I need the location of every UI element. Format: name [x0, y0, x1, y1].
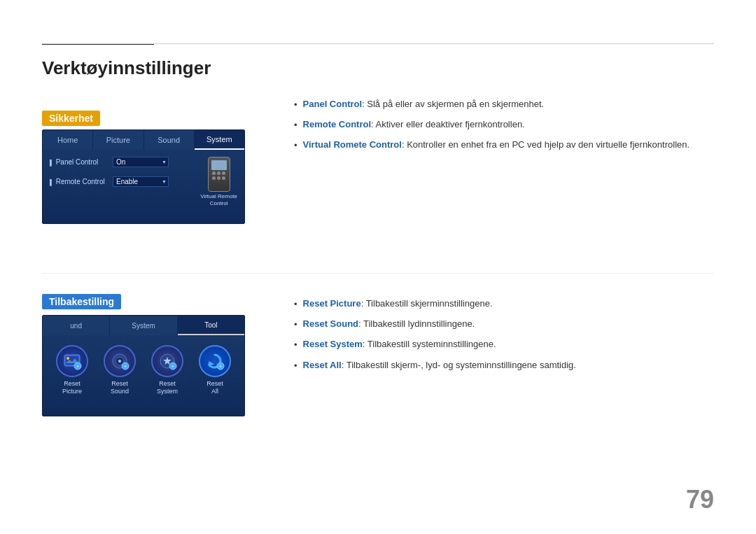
menu-tabs: Home Picture Sound System: [43, 130, 244, 150]
svg-point-8: [118, 360, 121, 363]
page-container: Verktøyinnstillinger Sikkerhet Home Pict…: [0, 0, 756, 534]
remote-control-select[interactable]: Enable: [113, 176, 169, 187]
menu-tab-home[interactable]: Home: [43, 130, 93, 150]
remote-btn-2: [217, 171, 220, 175]
tilbakestilling-bullets: • Reset Picture: Tilbakestill skjerminns…: [294, 297, 714, 379]
svg-point-2: [66, 357, 69, 360]
virtual-remote-icon: [208, 157, 230, 192]
bullet-reset-system-text: Reset System: Tilbakestill systeminnstil…: [303, 338, 496, 351]
bullet-panel-control: • Panel Control: Slå på eller av skjerme…: [294, 98, 714, 111]
bullet-dot-rsys: •: [294, 339, 298, 351]
menu-body: Panel Control On Remote Control Enable: [43, 150, 244, 211]
svg-text:+: +: [219, 364, 222, 369]
remote-screen: [211, 160, 227, 170]
reset-tab-und[interactable]: und: [43, 316, 110, 335]
remote-btn-row: [212, 171, 225, 175]
bullet-dot-1: •: [294, 99, 298, 111]
bullet-reset-all-text: Reset All: Tilbakestill skjerm-, lyd- og…: [303, 359, 576, 372]
bullet-reset-system: • Reset System: Tilbakestill systeminnst…: [294, 338, 714, 351]
reset-sound-label: ResetSound: [111, 380, 129, 395]
system-svg-icon: +: [158, 351, 177, 371]
reset-picture-icon: +: [56, 345, 88, 377]
reset-system-icon: +: [151, 345, 183, 377]
virtual-remote-label: Virtual RemoteControl: [200, 193, 237, 206]
reset-all-svg-icon: +: [205, 351, 225, 371]
bullet-term-reset-sound: Reset Sound: [303, 318, 358, 329]
menu-tab-picture[interactable]: Picture: [93, 130, 144, 150]
reset-tab-system[interactable]: System: [110, 316, 177, 335]
svg-text:+: +: [172, 364, 174, 369]
panel-control-select[interactable]: On: [113, 157, 169, 167]
reset-system-item: + ResetSystem: [151, 345, 183, 395]
bullet-dot-2: •: [294, 119, 298, 132]
reset-sound-item: + ResetSound: [104, 345, 136, 395]
svg-text:+: +: [124, 364, 127, 369]
bullet-reset-picture: • Reset Picture: Tilbakestill skjerminns…: [294, 297, 714, 311]
bullet-dot-rs: •: [294, 318, 298, 331]
bullet-dot-rp: •: [294, 298, 298, 311]
reset-tab-tool[interactable]: Tool: [178, 316, 244, 335]
panel-control-select-wrapper: On: [113, 157, 169, 167]
reset-all-icon: +: [199, 345, 231, 377]
reset-picture-item: + ResetPicture: [56, 345, 88, 395]
bullet-virtual-remote: • Virtual Romete Control: Kontroller en …: [294, 139, 714, 152]
reset-tabs: und System Tool: [43, 316, 244, 335]
bullet-term-reset-system: Reset System: [303, 339, 363, 349]
bullet-remote-control: • Remote Control: Aktiver eller deaktive…: [294, 118, 714, 132]
remote-control-label: Remote Control: [50, 178, 113, 185]
menu-tab-system[interactable]: System: [195, 130, 244, 150]
remote-btn-3: [222, 171, 225, 175]
section-divider: [42, 273, 714, 274]
reset-screenshot: und System Tool + ResetPicture: [42, 315, 245, 416]
virtual-remote: Virtual RemoteControl: [200, 154, 237, 206]
menu-left: Panel Control On Remote Control Enable: [50, 154, 195, 206]
remote-control-row: Remote Control Enable: [50, 174, 195, 189]
sikkerhet-badge: Sikkerhet: [42, 111, 100, 126]
bullet-reset-all: • Reset All: Tilbakestill skjerm-, lyd- …: [294, 359, 714, 372]
reset-all-item: + ResetAll: [199, 345, 231, 395]
sikkerhet-bullets: • Panel Control: Slå på eller av skjerme…: [294, 98, 714, 160]
page-number: 79: [686, 485, 714, 514]
bullet-reset-sound-text: Reset Sound: Tilbakestill lydinnstilling…: [303, 318, 475, 330]
bullet-dot-3: •: [294, 139, 298, 152]
panel-control-label: Panel Control: [50, 158, 113, 166]
sikkerhet-menu-screenshot: Home Picture Sound System Panel Control …: [42, 129, 245, 224]
bullet-term-virtual: Virtual Romete Control: [303, 139, 402, 150]
reset-system-label: ResetSystem: [157, 380, 178, 395]
reset-icons-row: + ResetPicture + ResetSound: [43, 335, 244, 400]
svg-text:+: +: [76, 364, 79, 369]
reset-sound-icon: +: [104, 345, 136, 377]
remote-btn-4: [212, 176, 216, 180]
sound-svg-icon: +: [110, 351, 130, 371]
bullet-term-reset-all: Reset All: [303, 360, 342, 370]
tilbakestilling-badge: Tilbakestilling: [42, 294, 121, 309]
bullet-term-panel: Panel Control: [303, 99, 363, 109]
page-title: Verktøyinnstillinger: [42, 57, 211, 79]
bullet-panel-control-text: Panel Control: Slå på eller av skjermen …: [303, 98, 545, 111]
bullet-remote-control-text: Remote Control: Aktiver eller deaktiver …: [303, 118, 525, 131]
bullet-reset-picture-text: Reset Picture: Tilbakestill skjerminnsti…: [303, 297, 493, 310]
bullet-term-reset-picture: Reset Picture: [303, 298, 361, 309]
reset-all-label: ResetAll: [206, 380, 223, 395]
remote-control-select-wrapper: Enable: [113, 176, 169, 187]
remote-btn-1: [212, 171, 216, 175]
picture-svg-icon: +: [62, 351, 82, 371]
reset-picture-label: ResetPicture: [62, 380, 82, 395]
bullet-term-remote: Remote Control: [303, 119, 372, 129]
bullet-reset-sound: • Reset Sound: Tilbakestill lydinnstilli…: [294, 318, 714, 331]
menu-tab-sound[interactable]: Sound: [144, 130, 195, 150]
bullet-virtual-remote-text: Virtual Romete Control: Kontroller en en…: [303, 139, 690, 151]
remote-btn-5: [217, 176, 220, 180]
top-rule: [42, 43, 714, 44]
bullet-dot-ra: •: [294, 360, 298, 372]
remote-btn-row-2: [212, 176, 225, 180]
remote-btn-6: [222, 176, 225, 180]
panel-control-row: Panel Control On: [50, 154, 195, 169]
